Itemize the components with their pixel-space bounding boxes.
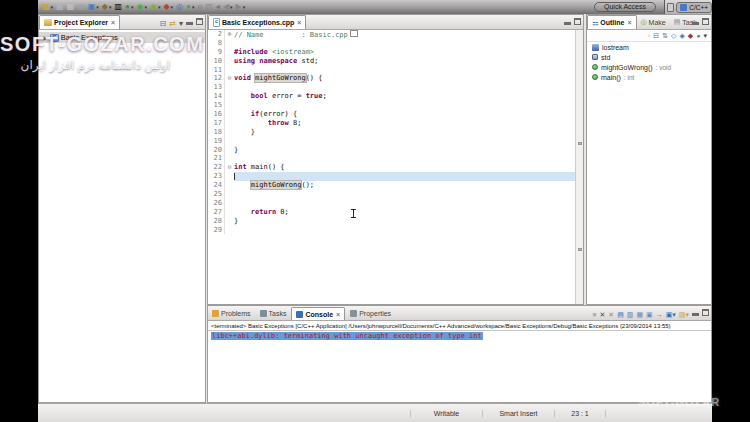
quick-access-button[interactable]: Quick Access: [594, 2, 656, 12]
collapse-all-icon[interactable]: ⊟: [653, 30, 659, 41]
hide-static-members-icon[interactable]: ◈: [679, 30, 684, 41]
collapsed-region-icon[interactable]: [350, 30, 358, 37]
scroll-lock-icon[interactable]: ▥: [627, 309, 634, 320]
line-number[interactable]: 12: [208, 74, 225, 83]
show-on-stderr-icon[interactable]: →: [656, 309, 663, 320]
line-number[interactable]: 2: [208, 30, 225, 39]
outline-item-std[interactable]: std: [587, 52, 711, 62]
dropdown-arrow-icon[interactable]: ▾: [230, 2, 233, 12]
tab-make-target[interactable]: ◎ Make: [637, 15, 670, 29]
dropdown-arrow-icon[interactable]: ▾: [243, 2, 246, 12]
tab-outline[interactable]: ⚏ Outline ×: [587, 15, 637, 29]
overview-ruler[interactable]: [575, 30, 583, 304]
tab-problems[interactable]: Problems: [208, 307, 255, 320]
line-number[interactable]: 13: [208, 83, 225, 92]
code-line-23[interactable]: 23: [208, 172, 583, 181]
console-output[interactable]: libc++abi.dylib: terminating with uncaug…: [208, 331, 711, 341]
maximize-icon[interactable]: [702, 18, 709, 25]
line-number[interactable]: 24: [208, 181, 225, 190]
perspective-cpp-button[interactable]: C/C++: [676, 2, 712, 13]
line-number[interactable]: 8: [208, 39, 225, 48]
remove-launch-icon[interactable]: ✕: [599, 309, 605, 320]
code-line-27[interactable]: 27 return 0;: [208, 208, 583, 217]
new-cpp-project-icon[interactable]: ▣▾: [88, 2, 99, 13]
profile-icon[interactable]: ◉▾: [150, 2, 161, 13]
hide-fields-icon[interactable]: ◇: [671, 30, 676, 41]
outline-item-main[interactable]: main(): int: [587, 72, 711, 82]
code-line-17[interactable]: 17 throw 8;: [208, 119, 583, 128]
external-tools-icon[interactable]: ◆▾: [163, 2, 173, 13]
line-number[interactable]: 27: [208, 208, 225, 217]
tab-basic-exceptions-cpp[interactable]: c Basic Exceptions.cpp ×: [208, 15, 306, 29]
maximize-icon[interactable]: [196, 18, 203, 25]
collapse-all-icon[interactable]: ⊟: [160, 18, 167, 29]
minimize-icon[interactable]: [186, 22, 193, 25]
print-icon[interactable]: ▤: [77, 2, 85, 13]
line-number[interactable]: 19: [208, 137, 225, 146]
line-number[interactable]: 9: [208, 48, 225, 57]
code-line-8[interactable]: 8: [208, 39, 583, 48]
code-line-15[interactable]: 15: [208, 101, 583, 110]
line-number[interactable]: 16: [208, 110, 225, 119]
debug-icon[interactable]: ●▾: [125, 2, 133, 13]
line-number[interactable]: 28: [208, 217, 225, 226]
back-icon[interactable]: ◀▾: [223, 2, 233, 13]
code-line-2[interactable]: 2⊕// Name : Basic.cpp: [208, 30, 583, 39]
line-number[interactable]: 29: [208, 226, 225, 235]
dropdown-arrow-icon[interactable]: ▾: [158, 2, 161, 12]
save-icon[interactable]: ▦: [56, 2, 64, 13]
code-line-21[interactable]: 21: [208, 154, 583, 163]
toggle-console-icon[interactable]: ▥: [115, 2, 123, 13]
outline-item-mightgowrong[interactable]: mightGoWrong(): void: [587, 62, 711, 72]
make-target-icon[interactable]: ◎: [176, 2, 183, 13]
code-line-13[interactable]: 13: [208, 83, 583, 92]
last-edit-location-icon[interactable]: ◂: [216, 2, 220, 13]
line-number[interactable]: 22: [208, 163, 225, 172]
close-icon[interactable]: ×: [336, 311, 340, 318]
code-line-9[interactable]: 9#include <iostream>: [208, 48, 583, 57]
clear-console-icon[interactable]: ▤: [617, 309, 624, 320]
hide-non-public-icon[interactable]: ◆: [688, 30, 693, 41]
code-line-22[interactable]: 22⊖int main() {: [208, 163, 583, 172]
minimize-icon[interactable]: [692, 313, 699, 316]
search-icon[interactable]: ○: [197, 2, 202, 13]
minimize-icon[interactable]: [692, 22, 699, 25]
code-line-29[interactable]: 29: [208, 226, 583, 235]
close-icon[interactable]: ×: [111, 19, 115, 26]
focus-active-task-icon[interactable]: ◦: [648, 30, 650, 41]
code-line-24[interactable]: 24 mightGoWrong();: [208, 181, 583, 190]
outline-item-iostream[interactable]: iostream: [587, 42, 711, 52]
new-class-icon[interactable]: ●▾: [186, 2, 194, 13]
tab-tasks[interactable]: Tasks: [256, 307, 291, 320]
display-selected-console-icon[interactable]: ▣▾: [666, 309, 676, 320]
fold-toggle-icon[interactable]: ⊖: [225, 74, 234, 83]
line-number[interactable]: 26: [208, 199, 225, 208]
code-line-12[interactable]: 12⊖void mightGoWrong() {: [208, 74, 583, 83]
run-icon[interactable]: ◉▾: [136, 2, 147, 13]
code-line-19[interactable]: 19: [208, 137, 583, 146]
code-line-14[interactable]: 14 bool error = true;: [208, 92, 583, 101]
occurrence-marker[interactable]: [578, 248, 582, 251]
occurrence-marker[interactable]: [578, 142, 582, 145]
pin-console-icon[interactable]: ▣: [646, 309, 653, 320]
dropdown-arrow-icon[interactable]: ▾: [192, 2, 195, 12]
code-line-25[interactable]: 25: [208, 190, 583, 199]
fold-toggle-icon[interactable]: ⊖: [225, 163, 234, 172]
tree-item-project[interactable]: ▶ Basic Exceptions: [39, 32, 205, 43]
line-number[interactable]: 25: [208, 190, 225, 199]
dropdown-arrow-icon[interactable]: ▾: [51, 2, 54, 12]
link-with-editor-icon[interactable]: ●: [696, 30, 700, 41]
remove-all-launches-icon[interactable]: ✕: [608, 309, 614, 320]
line-number[interactable]: 11: [208, 66, 225, 75]
view-menu-icon[interactable]: ▾: [179, 18, 183, 29]
code-line-20[interactable]: 20}: [208, 146, 583, 155]
fold-toggle-icon[interactable]: ⊕: [225, 30, 234, 39]
terminate-icon[interactable]: ■: [592, 309, 596, 320]
open-perspective-icon[interactable]: [667, 3, 674, 12]
open-console-icon[interactable]: ▨▾: [679, 309, 689, 320]
word-wrap-icon[interactable]: ▦: [636, 309, 643, 320]
dropdown-arrow-icon[interactable]: ▾: [96, 2, 99, 12]
line-number[interactable]: 10: [208, 57, 225, 66]
line-number[interactable]: 15: [208, 101, 225, 110]
tab-project-explorer[interactable]: Project Explorer ×: [39, 15, 120, 29]
